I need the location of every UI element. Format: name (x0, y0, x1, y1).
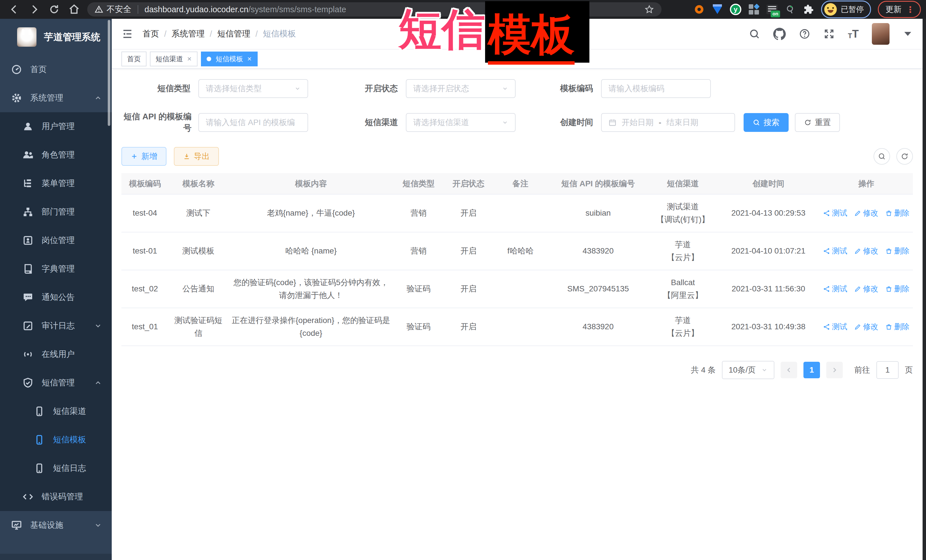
action-delete-link[interactable]: 删除 (885, 321, 909, 333)
export-button[interactable]: 导出 (174, 147, 219, 166)
breadcrumb-sms[interactable]: 短信管理 (217, 28, 250, 39)
sidebar-item-infrastructure[interactable]: 基础设施 (0, 511, 112, 539)
cell-type: 验证码 (393, 308, 443, 346)
sidebar-item-home[interactable]: 首页 (0, 55, 112, 84)
table-row[interactable]: test_02 公告通知 您的验证码{code}，该验证码5分钟内有效，请勿泄漏… (121, 270, 913, 308)
action-test-link[interactable]: 测试 (823, 207, 847, 219)
page-size-value: 10条/页 (729, 365, 756, 376)
app-logo-row[interactable]: 芋道管理系统 (0, 19, 112, 55)
action-delete-link[interactable]: 删除 (885, 207, 909, 219)
window-scrollbar[interactable] (923, 19, 926, 560)
extension-gem-icon[interactable] (712, 4, 723, 15)
sidebar-item-departments[interactable]: 部门管理 (0, 198, 112, 226)
bookmark-star-icon[interactable] (645, 5, 654, 14)
edit-log-icon (22, 320, 33, 332)
address-bar[interactable]: 不安全 dashboard.yudao.iocoder.cn/system/sm… (87, 2, 661, 17)
user-avatar[interactable] (872, 23, 890, 45)
plus-icon (130, 152, 138, 160)
extension-list-icon[interactable]: on (766, 4, 778, 15)
font-size-icon[interactable]: TT (848, 29, 859, 39)
sidebar-item-sms-template[interactable]: 短信模板 (0, 426, 112, 454)
add-button[interactable]: 新增 (121, 147, 166, 166)
extension-y-icon[interactable]: y (730, 4, 741, 15)
sidebar-item-system[interactable]: 系统管理 (0, 84, 112, 112)
sidebar-item-users[interactable]: 用户管理 (0, 112, 112, 141)
prev-page-button[interactable] (781, 362, 797, 378)
page-1-button[interactable]: 1 (803, 362, 820, 378)
fullscreen-icon[interactable] (823, 28, 835, 39)
api-template-id-input[interactable] (198, 113, 308, 132)
tab-sms-template[interactable]: 短信模板✕ (201, 51, 258, 66)
sidebar-item-online-users[interactable]: 在线用户 (0, 340, 112, 368)
sms-type-select[interactable]: 请选择短信类型 (198, 79, 308, 98)
sidebar-item-audit-log[interactable]: 审计日志 (0, 312, 112, 340)
shield-check-icon (22, 377, 33, 388)
action-test-link[interactable]: 测试 (823, 245, 847, 257)
action-edit-link[interactable]: 修改 (854, 321, 878, 333)
action-delete-link[interactable]: 删除 (885, 245, 909, 257)
date-range-picker[interactable]: 开始日期 - 结束日期 (601, 113, 735, 132)
header-search-icon[interactable] (749, 28, 760, 39)
chevron-down-icon (294, 86, 301, 92)
date-separator: - (659, 118, 661, 127)
tab-close-icon[interactable]: ✕ (247, 56, 252, 62)
sidebar-item-label: 短信管理 (42, 377, 75, 388)
next-page-button[interactable] (826, 362, 843, 378)
action-edit-link[interactable]: 修改 (854, 245, 878, 257)
breadcrumb-system[interactable]: 系统管理 (172, 28, 205, 39)
browser-reload-icon[interactable] (48, 4, 60, 15)
sidebar-item-roles[interactable]: 角色管理 (0, 141, 112, 169)
extension-orange-icon[interactable] (693, 4, 705, 15)
status-select[interactable]: 请选择开启状态 (406, 79, 516, 98)
github-icon[interactable] (773, 28, 786, 40)
toggle-search-button[interactable] (873, 148, 890, 165)
avatar-caret-icon[interactable] (904, 32, 911, 36)
breadcrumb-home[interactable]: 首页 (142, 28, 159, 39)
help-icon[interactable] (799, 28, 810, 39)
channel-select[interactable]: 请选择短信渠道 (406, 113, 516, 132)
reset-button[interactable]: 重置 (795, 113, 840, 132)
browser-forward-icon[interactable] (29, 4, 40, 15)
table-row[interactable]: test-04 测试下 老鸡{name}，牛逼{code} 营销 开启 suib… (121, 194, 913, 232)
sidebar-item-error-codes[interactable]: 错误码管理 (0, 483, 112, 511)
extension-magnifier-icon[interactable] (785, 4, 796, 15)
table-row[interactable]: test_01 测试验证码短信 正在进行登录操作{operation}，您的验证… (121, 308, 913, 346)
sidebar-item-sms-log[interactable]: 短信日志 (0, 454, 112, 483)
search-button-label: 搜索 (764, 117, 779, 128)
tab-sms-channel[interactable]: 短信渠道✕ (150, 51, 198, 66)
sidebar-item-notice[interactable]: 通知公告 (0, 283, 112, 312)
browser-update-button[interactable]: 更新 ⋮ (878, 1, 921, 18)
table-row[interactable]: test-01 测试模板 哈哈哈 {name} 营销 开启 f哈哈哈 43839… (121, 232, 913, 270)
action-edit-link[interactable]: 修改 (854, 207, 878, 219)
sidebar-item-menus[interactable]: 菜单管理 (0, 169, 112, 198)
browser-profile-pill[interactable]: 已暂停 (821, 1, 871, 18)
refresh-table-button[interactable] (896, 148, 913, 165)
sidebar-item-posts[interactable]: 岗位管理 (0, 226, 112, 255)
page-size-select[interactable]: 10条/页 (722, 361, 775, 379)
extensions-puzzle-icon[interactable] (803, 4, 814, 15)
sidebar-scrollbar[interactable] (108, 20, 110, 126)
sidebar-item-label: 岗位管理 (42, 235, 75, 246)
cell-remark: f哈哈哈 (493, 232, 548, 270)
sidebar-item-label: 字典管理 (42, 263, 75, 275)
not-secure-warning[interactable]: 不安全 (95, 4, 132, 15)
action-edit-link[interactable]: 修改 (854, 283, 878, 295)
template-code-input[interactable] (601, 79, 711, 98)
browser-back-icon[interactable] (9, 4, 20, 15)
action-test-link[interactable]: 测试 (823, 321, 847, 333)
cell-content: 正在进行登录操作{operation}，您的验证码是{code} (228, 308, 393, 346)
tab-home[interactable]: 首页 (121, 51, 147, 66)
user-icon (22, 121, 33, 132)
action-delete-link[interactable]: 删除 (885, 283, 909, 295)
search-button[interactable]: 搜索 (744, 113, 788, 132)
tab-close-icon[interactable]: ✕ (187, 56, 192, 62)
browser-menu-icon[interactable]: ⋮ (906, 5, 915, 15)
sidebar-fold-icon[interactable] (121, 28, 133, 40)
browser-home-icon[interactable] (68, 4, 80, 15)
sidebar-item-dict[interactable]: 字典管理 (0, 255, 112, 283)
extension-grid-icon[interactable] (748, 4, 760, 15)
goto-page-input[interactable] (876, 361, 899, 379)
sidebar-item-sms-channel[interactable]: 短信渠道 (0, 397, 112, 426)
action-test-link[interactable]: 测试 (823, 283, 847, 295)
sidebar-item-sms[interactable]: 短信管理 (0, 368, 112, 397)
